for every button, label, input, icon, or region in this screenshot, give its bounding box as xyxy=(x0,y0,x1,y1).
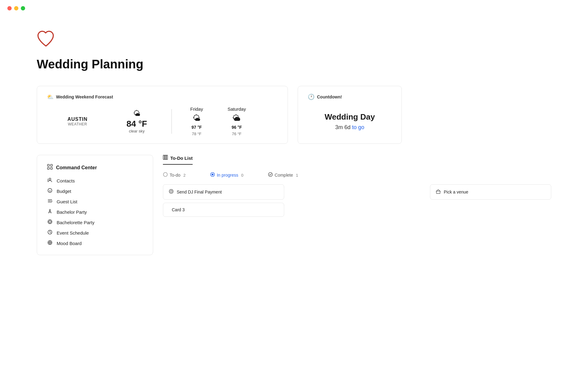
svg-point-24 xyxy=(49,242,50,243)
todo-filter-icon xyxy=(163,172,168,178)
close-button[interactable] xyxy=(7,6,12,10)
countdown-suffix: to go xyxy=(352,124,364,130)
svg-point-27 xyxy=(50,243,51,244)
schedule-label: Event Schedule xyxy=(57,230,89,236)
filter-inprogress-count: 0 xyxy=(240,173,243,178)
command-item-bachelorette[interactable]: Bachelorette Party xyxy=(47,219,143,225)
todo-item-card3[interactable]: Card 3 xyxy=(163,203,284,217)
countdown-event: Wedding Day xyxy=(325,112,375,122)
budget-icon: $ xyxy=(47,188,53,194)
bottom-row: Command Center Contacts xyxy=(37,155,551,255)
svg-point-13 xyxy=(49,209,51,211)
svg-text:$: $ xyxy=(49,190,51,192)
svg-point-31 xyxy=(164,173,168,177)
svg-point-26 xyxy=(51,242,51,243)
traffic-lights xyxy=(0,0,32,17)
venue-item-icon xyxy=(436,189,441,195)
todo-inprogress-column xyxy=(296,184,418,220)
svg-point-36 xyxy=(170,190,172,192)
complete-filter-icon xyxy=(268,172,273,178)
complete-item-venue[interactable]: Pick a venue xyxy=(430,184,551,200)
filter-complete[interactable]: Complete 1 xyxy=(268,172,298,178)
svg-rect-3 xyxy=(51,167,52,169)
friday-label: Friday xyxy=(190,106,203,112)
countdown-time: 3m 6d to go xyxy=(335,124,364,131)
filter-todo-label: To-do xyxy=(170,173,180,178)
top-row: ⛅ Wedding Weekend Forecast AUSTIN WEATHE… xyxy=(37,86,551,144)
guestlist-label: Guest List xyxy=(57,199,77,204)
todo-columns: Send DJ Final Payment Card 3 xyxy=(163,184,551,220)
filter-inprogress[interactable]: In progress 0 xyxy=(210,172,243,178)
command-item-schedule[interactable]: Event Schedule xyxy=(47,230,143,236)
command-center-label: Command Center xyxy=(56,165,97,171)
main-content: Wedding Planning ⛅ Wedding Weekend Forec… xyxy=(0,0,588,274)
svg-point-34 xyxy=(268,173,272,177)
weather-header-label: Wedding Weekend Forecast xyxy=(56,94,113,99)
svg-rect-30 xyxy=(166,155,168,159)
command-center-title: Command Center xyxy=(47,164,143,171)
weather-temp: 84 °F xyxy=(126,119,147,129)
svg-rect-37 xyxy=(436,191,440,194)
minimize-button[interactable] xyxy=(14,6,18,10)
svg-rect-0 xyxy=(47,164,49,166)
inprogress-filter-icon xyxy=(210,172,215,178)
saturday-high: 96 °F xyxy=(232,125,242,130)
command-center-icon xyxy=(47,164,53,171)
budget-label: Budget xyxy=(57,189,71,194)
command-item-bachelor[interactable]: Bachelor Party xyxy=(47,209,143,215)
weather-day-friday: Friday 🌤 97 °F 78 °F xyxy=(190,106,203,136)
todo-card: To-Do List To-do 2 xyxy=(163,155,551,255)
weather-card-header: ⛅ Wedding Weekend Forecast xyxy=(47,94,278,100)
svg-point-33 xyxy=(212,174,213,175)
schedule-icon xyxy=(47,230,53,236)
command-item-guestlist[interactable]: Guest List xyxy=(47,198,143,205)
card3-item-label: Card 3 xyxy=(172,207,185,212)
filter-todo[interactable]: To-do 2 xyxy=(163,172,186,178)
page-title: Wedding Planning xyxy=(37,57,551,71)
weather-card: ⛅ Wedding Weekend Forecast AUSTIN WEATHE… xyxy=(37,86,288,144)
friday-icon: 🌤 xyxy=(193,113,201,123)
weather-sun-icon: 🌤 xyxy=(133,109,141,118)
command-item-budget[interactable]: $ Budget xyxy=(47,188,143,194)
todo-tab[interactable]: To-Do List xyxy=(163,155,193,165)
bachelor-label: Bachelor Party xyxy=(57,209,87,215)
command-item-contacts[interactable]: Contacts xyxy=(47,178,143,184)
todo-item-dj[interactable]: Send DJ Final Payment xyxy=(163,184,284,200)
bachelorette-icon xyxy=(47,219,53,225)
svg-rect-29 xyxy=(165,155,166,159)
contacts-icon xyxy=(47,178,53,184)
heart-icon xyxy=(37,31,551,50)
weather-label: WEATHER xyxy=(68,122,87,126)
countdown-card: 🕐 Countdown! Wedding Day 3m 6d to go xyxy=(298,86,402,144)
todo-tab-icon xyxy=(163,155,168,161)
weather-desc: clear sky xyxy=(129,129,145,133)
countdown-body: Wedding Day 3m 6d to go xyxy=(308,106,392,136)
bachelor-icon xyxy=(47,209,53,215)
svg-rect-2 xyxy=(47,167,49,169)
moodboard-icon xyxy=(47,240,53,246)
command-items-list: Contacts $ Budget xyxy=(47,178,143,246)
contacts-label: Contacts xyxy=(57,178,75,183)
svg-line-22 xyxy=(50,232,51,233)
bachelorette-label: Bachelorette Party xyxy=(57,220,94,225)
friday-low: 78 °F xyxy=(192,132,201,136)
saturday-icon: 🌥 xyxy=(233,113,241,123)
svg-point-35 xyxy=(169,190,173,194)
dj-item-icon xyxy=(169,189,174,195)
command-item-moodboard[interactable]: Mood Board xyxy=(47,240,143,246)
filter-complete-label: Complete xyxy=(275,173,293,178)
weather-body: AUSTIN WEATHER 🌤 84 °F clear sky Friday … xyxy=(47,106,278,136)
todo-todo-column: Send DJ Final Payment Card 3 xyxy=(163,184,284,220)
svg-point-25 xyxy=(50,241,51,242)
guestlist-icon xyxy=(47,198,53,205)
weather-day-saturday: Saturday 🌥 96 °F 76 °F xyxy=(228,106,246,136)
filter-inprogress-label: In progress xyxy=(217,173,238,178)
svg-rect-1 xyxy=(51,164,52,166)
weather-city: AUSTIN xyxy=(67,117,88,122)
filter-todo-count: 2 xyxy=(182,173,186,178)
todo-filters: To-do 2 In progress 0 xyxy=(163,172,551,178)
weather-divider xyxy=(172,109,172,134)
friday-high: 97 °F xyxy=(191,125,202,130)
weather-current-right: 🌤 84 °F clear sky xyxy=(126,109,147,133)
maximize-button[interactable] xyxy=(21,6,25,10)
